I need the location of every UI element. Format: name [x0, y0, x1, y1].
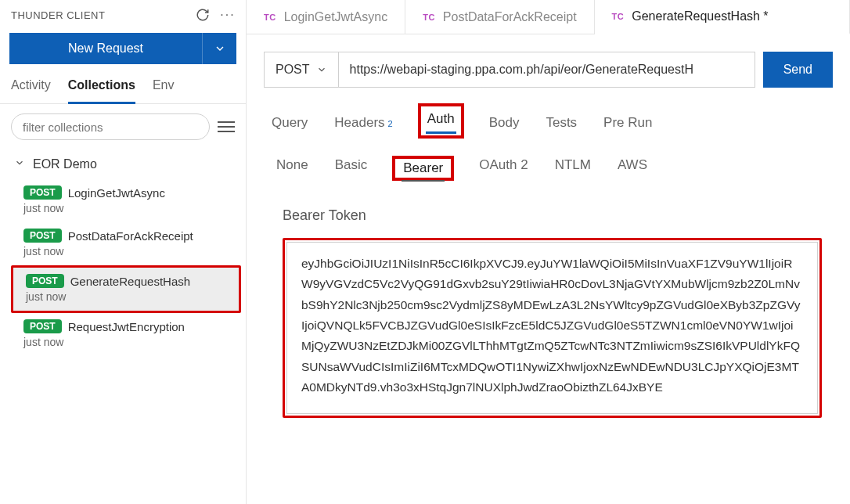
sidebar-header-actions: ··· [196, 8, 235, 22]
tab-label: PostDataForAckReceipt [443, 10, 577, 24]
request-time: just now [26, 290, 229, 303]
list-menu-icon[interactable] [218, 121, 235, 132]
request-time: just now [23, 202, 236, 214]
url-input[interactable] [339, 52, 755, 88]
tab-label: GenerateRequestHash * [632, 9, 768, 23]
tab-label: LoginGetJwtAsync [284, 10, 388, 24]
editor-tab[interactable]: TC PostDataForAckReceipt [405, 0, 594, 34]
tab-collections[interactable]: Collections [68, 75, 135, 104]
tab-activity[interactable]: Activity [11, 75, 51, 103]
bearer-token-input[interactable]: eyJhbGciOiJIUzI1NiIsInR5cCI6IkpXVCJ9.eyJ… [286, 242, 818, 414]
filter-row [0, 104, 246, 149]
subtab-query[interactable]: Query [270, 112, 309, 139]
sidebar-tabs: Activity Collections Env [0, 72, 246, 104]
method-badge: POST [23, 185, 62, 200]
bearer-token-section: Bearer Token eyJhbGciOiJIUzI1NiIsInR5cCI… [247, 187, 850, 434]
tab-prefix: TC [264, 13, 276, 22]
tab-env[interactable]: Env [153, 75, 175, 103]
subtab-headers[interactable]: Headers2 [333, 112, 394, 139]
request-name: LoginGetJwtAsync [68, 186, 165, 200]
auth-type-aws[interactable]: AWS [616, 156, 649, 181]
method-value: POST [276, 63, 310, 77]
subtab-auth[interactable]: Auth [426, 108, 456, 134]
collection-item[interactable]: EOR Demo [0, 149, 246, 179]
new-request-row: New Request [0, 27, 246, 72]
request-time: just now [23, 336, 236, 348]
auth-type-ntlm[interactable]: NTLM [553, 156, 592, 181]
auth-type-bearer[interactable]: Bearer [402, 159, 445, 182]
subtab-tests[interactable]: Tests [544, 112, 578, 139]
send-button[interactable]: Send [763, 52, 833, 88]
request-time: just now [23, 245, 236, 257]
subtab-prerun[interactable]: Pre Run [602, 112, 654, 139]
method-badge: POST [26, 274, 64, 288]
request-item[interactable]: POST RequestJwtEncryption just now [0, 313, 246, 356]
request-name: GenerateRequestHash [70, 275, 190, 288]
request-name: PostDataForAckReceipt [68, 229, 193, 243]
chevron-down-icon [14, 157, 25, 171]
request-item[interactable]: POST LoginGetJwtAsync just now [0, 179, 246, 222]
sidebar: THUNDER CLIENT ··· New Request Activity … [0, 0, 247, 504]
auth-type-basic[interactable]: Basic [333, 156, 369, 181]
tab-prefix: TC [423, 13, 435, 22]
editor-tab[interactable]: TC LoginGetJwtAsync [247, 0, 405, 34]
tab-prefix: TC [612, 12, 625, 21]
new-request-dropdown[interactable] [202, 33, 236, 64]
sidebar-header: THUNDER CLIENT ··· [0, 0, 246, 27]
editor-tab[interactable]: TC GenerateRequestHash * [595, 0, 850, 34]
request-sub-tabs: Query Headers2 Auth Body Tests Pre Run [247, 99, 850, 139]
auth-type-oauth2[interactable]: OAuth 2 [477, 156, 529, 181]
request-item[interactable]: POST PostDataForAckReceipt just now [0, 222, 246, 265]
editor-tabs: TC LoginGetJwtAsync TC PostDataForAckRec… [247, 0, 850, 34]
refresh-icon[interactable] [196, 8, 210, 22]
subtab-body[interactable]: Body [488, 112, 521, 139]
request-name: RequestJwtEncryption [68, 320, 185, 333]
method-select[interactable]: POST [264, 52, 339, 88]
method-badge: POST [23, 229, 62, 243]
method-badge: POST [23, 319, 62, 333]
bearer-token-label: Bearer Token [283, 207, 822, 224]
main-panel: TC LoginGetJwtAsync TC PostDataForAckRec… [247, 0, 850, 504]
headers-count: 2 [388, 119, 393, 128]
auth-type-none[interactable]: None [275, 156, 310, 181]
extension-title: THUNDER CLIENT [11, 9, 105, 21]
new-request-button[interactable]: New Request [9, 33, 202, 64]
request-bar: POST Send [247, 34, 850, 99]
more-icon[interactable]: ··· [221, 8, 235, 22]
request-item[interactable]: POST GenerateRequestHash just now [13, 268, 239, 311]
collection-name: EOR Demo [33, 157, 97, 171]
chevron-down-icon [316, 64, 327, 75]
filter-input[interactable] [11, 113, 210, 140]
auth-type-tabs: None Basic Bearer OAuth 2 NTLM AWS [247, 139, 850, 187]
